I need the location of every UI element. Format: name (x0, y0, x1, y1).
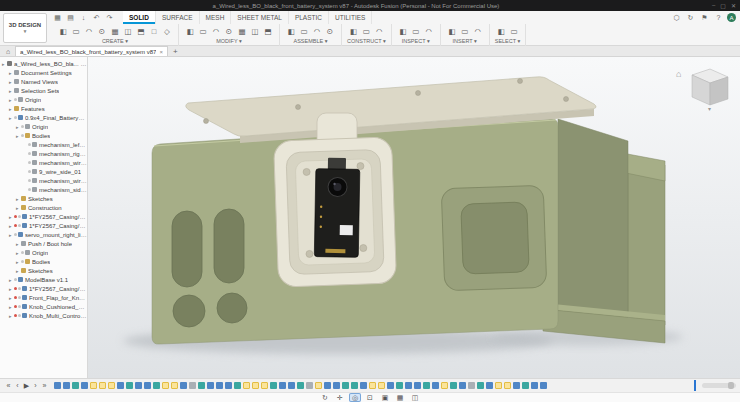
timeline-feature[interactable] (297, 382, 304, 389)
browser-item[interactable]: ▸ 1*FY2567_Casing/base v1.08 (0, 284, 87, 293)
browser-item[interactable]: ▸ Origin (0, 122, 87, 131)
point-icon[interactable]: ◠ (373, 26, 385, 37)
browser-item[interactable]: ▸ Bodies (0, 257, 87, 266)
timeline-feature[interactable] (360, 382, 367, 389)
thread-icon[interactable]: ⬒ (135, 26, 147, 37)
help-icon[interactable]: ? (713, 12, 724, 23)
timeline-feature[interactable] (378, 382, 385, 389)
tab-plastic[interactable]: PLASTIC (289, 11, 329, 24)
ribbon-group-label[interactable]: ASSEMBLE ▾ (285, 38, 336, 44)
timeline-feature[interactable] (63, 382, 70, 389)
orbit-icon[interactable]: ↻ (319, 393, 331, 402)
browser-item[interactable]: ▸ Sketches (0, 194, 87, 203)
ribbon-group-label[interactable]: MODIFY ▾ (184, 38, 274, 44)
browser-item[interactable]: ▸ Bodies (0, 131, 87, 140)
play-icon[interactable]: ▶ (22, 380, 31, 392)
timeline-feature[interactable] (423, 382, 430, 389)
timeline-feature[interactable] (540, 382, 547, 389)
browser-item[interactable]: ▸ 1*FY2567_Casing/base v1.08 (0, 221, 87, 230)
timeline-feature[interactable] (180, 382, 187, 389)
visibility-icon[interactable] (14, 98, 17, 101)
timeline-feature[interactable] (504, 382, 511, 389)
timeline-feature[interactable] (108, 382, 115, 389)
browser-item[interactable]: ▸ Document Settings (0, 68, 87, 77)
tab-sheet-metal[interactable]: SHEET METAL (231, 11, 289, 24)
timeline-feature[interactable] (162, 382, 169, 389)
viewcube-cube[interactable] (692, 69, 728, 105)
loft-icon[interactable]: ▦ (109, 26, 121, 37)
timeline-feature[interactable] (450, 382, 457, 389)
visibility-icon[interactable] (28, 143, 31, 146)
browser-item[interactable]: ▸ Front_Flap_for_Knob_Cutted:1 (0, 293, 87, 302)
timeline-feature[interactable] (198, 382, 205, 389)
timeline-feature[interactable] (207, 382, 214, 389)
browser-item[interactable]: ▸ servo_mount_right_libs_grip:1 (0, 230, 87, 239)
timeline-feature[interactable] (522, 382, 529, 389)
browser-item[interactable]: mechanism_side_m_08 (0, 185, 87, 194)
browser-item[interactable]: ▸ Knob_Multi_Control_Panel:1 (0, 311, 87, 320)
timeline-feature[interactable] (324, 382, 331, 389)
visibility-icon[interactable] (18, 305, 21, 308)
home-icon[interactable]: ⌂ (3, 48, 13, 55)
timeline-feature[interactable] (369, 382, 376, 389)
selection-filter-icon[interactable]: ▭ (508, 26, 520, 37)
timeline-feature[interactable] (216, 382, 223, 389)
measure-icon[interactable]: ◧ (397, 26, 409, 37)
browser-item[interactable]: ▸ 0.9x4_Final_Battery_Variations:1 (0, 113, 87, 122)
sweep-icon[interactable]: ⊙ (96, 26, 108, 37)
tab-surface[interactable]: SURFACE (156, 11, 200, 24)
ribbon-group-label[interactable]: CONSTRUCT ▾ (347, 38, 386, 44)
visibility-icon[interactable] (14, 278, 17, 281)
timeline-feature[interactable] (153, 382, 160, 389)
browser-item[interactable]: ▸ Named Views (0, 77, 87, 86)
timeline-position-marker[interactable] (694, 380, 696, 391)
visibility-icon[interactable] (21, 134, 24, 137)
browser-item[interactable]: mechanism_wire_holder_01 (0, 176, 87, 185)
ribbon-group-label[interactable]: CREATE ▾ (57, 38, 173, 44)
rigid-group-icon[interactable]: ⊙ (324, 26, 336, 37)
extensions-icon[interactable]: ⬡ (671, 12, 682, 23)
joint-icon[interactable]: ▭ (298, 26, 310, 37)
shell-icon[interactable]: ◠ (210, 26, 222, 37)
insert-derive-icon[interactable]: ◧ (446, 26, 458, 37)
timeline-feature[interactable] (405, 382, 412, 389)
close-tab-icon[interactable]: × (159, 49, 163, 55)
ribbon-group-label[interactable]: SELECT ▾ (495, 38, 521, 44)
close-icon[interactable]: ✕ (731, 2, 736, 9)
browser-item[interactable]: ▸ Knob_Cushioned_End_Point:1 (0, 302, 87, 311)
timeline-feature[interactable] (396, 382, 403, 389)
timeline-feature[interactable] (279, 382, 286, 389)
viewport[interactable]: ⌂ ▾ (88, 57, 740, 378)
timeline-feature[interactable] (126, 382, 133, 389)
timeline-feature[interactable] (513, 382, 520, 389)
browser-item[interactable]: ▸ 1*FY2567_Casing/base v1.08 (0, 212, 87, 221)
interference-icon[interactable]: ▭ (410, 26, 422, 37)
timeline-feature[interactable] (225, 382, 232, 389)
file-menu-icon[interactable]: ▤ (65, 12, 76, 23)
timeline-feature[interactable] (171, 382, 178, 389)
axis-icon[interactable]: ▭ (360, 26, 372, 37)
viewcube-home-icon[interactable]: ⌂ (676, 69, 681, 79)
visibility-icon[interactable] (28, 179, 31, 182)
timeline-feature[interactable] (72, 382, 79, 389)
go-to-end-icon[interactable]: » (40, 380, 49, 392)
timeline-feature[interactable] (261, 382, 268, 389)
display-settings-icon[interactable]: ▣ (379, 393, 391, 402)
timeline-feature[interactable] (342, 382, 349, 389)
visibility-icon[interactable] (18, 287, 21, 290)
visibility-icon[interactable] (28, 170, 31, 173)
decal-icon[interactable]: ▭ (459, 26, 471, 37)
timeline-feature[interactable] (306, 382, 313, 389)
section-analysis-icon[interactable]: ◠ (423, 26, 435, 37)
timeline-feature[interactable] (99, 382, 106, 389)
browser-item[interactable]: ▸ Features (0, 104, 87, 113)
tab-mesh[interactable]: MESH (200, 11, 232, 24)
browser-item[interactable]: ▸ Sketches (0, 266, 87, 275)
timeline-feature[interactable] (117, 382, 124, 389)
timeline-feature[interactable] (477, 382, 484, 389)
undo-icon[interactable]: ↶ (91, 12, 102, 23)
offset-plane-icon[interactable]: ◧ (347, 26, 359, 37)
ribbon-group-label[interactable]: INSPECT ▾ (397, 38, 435, 44)
browser-item[interactable]: ▸ ModelBase v1.1 (0, 275, 87, 284)
timeline-feature[interactable] (387, 382, 394, 389)
